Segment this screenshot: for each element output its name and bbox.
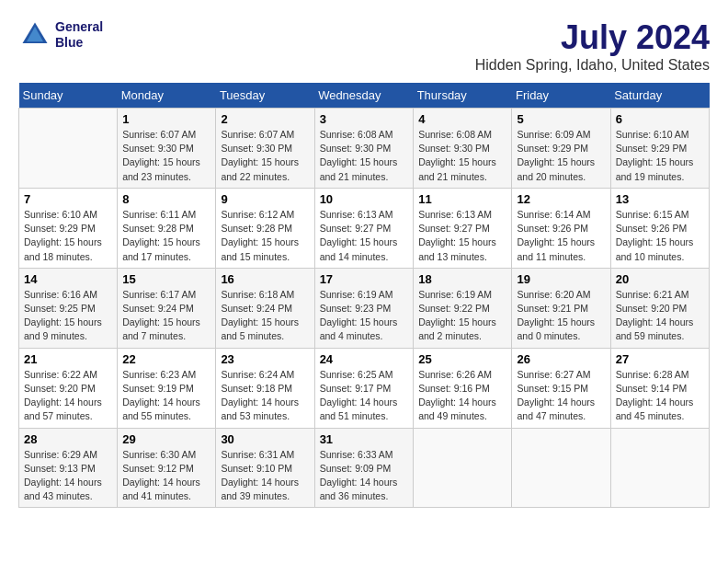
week-row-3: 14Sunrise: 6:16 AM Sunset: 9:25 PM Dayli… <box>19 268 710 348</box>
day-info: Sunrise: 6:23 AM Sunset: 9:19 PM Dayligh… <box>122 368 210 424</box>
day-number: 1 <box>122 112 210 126</box>
day-header-saturday: Saturday <box>610 83 709 109</box>
calendar-cell: 20Sunrise: 6:21 AM Sunset: 9:20 PM Dayli… <box>610 268 709 348</box>
calendar-cell: 19Sunrise: 6:20 AM Sunset: 9:21 PM Dayli… <box>512 268 610 348</box>
calendar-cell <box>610 428 709 508</box>
day-number: 26 <box>517 352 605 366</box>
calendar-cell: 30Sunrise: 6:31 AM Sunset: 9:10 PM Dayli… <box>216 428 314 508</box>
calendar-cell: 6Sunrise: 6:10 AM Sunset: 9:29 PM Daylig… <box>610 109 709 189</box>
day-info: Sunrise: 6:11 AM Sunset: 9:28 PM Dayligh… <box>122 208 210 264</box>
day-number: 2 <box>221 112 309 126</box>
day-info: Sunrise: 6:29 AM Sunset: 9:13 PM Dayligh… <box>24 448 112 504</box>
week-row-1: 1Sunrise: 6:07 AM Sunset: 9:30 PM Daylig… <box>19 109 710 189</box>
calendar-cell: 10Sunrise: 6:13 AM Sunset: 9:27 PM Dayli… <box>314 188 414 268</box>
week-row-5: 28Sunrise: 6:29 AM Sunset: 9:13 PM Dayli… <box>19 428 710 508</box>
calendar-cell <box>19 109 118 189</box>
day-info: Sunrise: 6:14 AM Sunset: 9:26 PM Dayligh… <box>517 208 605 264</box>
day-info: Sunrise: 6:17 AM Sunset: 9:24 PM Dayligh… <box>122 288 210 344</box>
day-info: Sunrise: 6:16 AM Sunset: 9:25 PM Dayligh… <box>24 288 112 344</box>
day-number: 11 <box>418 192 506 206</box>
day-number: 28 <box>24 432 112 446</box>
calendar-cell: 7Sunrise: 6:10 AM Sunset: 9:29 PM Daylig… <box>19 188 118 268</box>
day-info: Sunrise: 6:22 AM Sunset: 9:20 PM Dayligh… <box>24 368 112 424</box>
day-info: Sunrise: 6:13 AM Sunset: 9:27 PM Dayligh… <box>320 208 409 264</box>
day-number: 4 <box>418 112 506 126</box>
day-number: 19 <box>517 272 605 286</box>
day-info: Sunrise: 6:27 AM Sunset: 9:15 PM Dayligh… <box>517 368 605 424</box>
day-number: 23 <box>221 352 309 366</box>
day-header-wednesday: Wednesday <box>314 83 414 109</box>
calendar-cell: 11Sunrise: 6:13 AM Sunset: 9:27 PM Dayli… <box>414 188 512 268</box>
day-number: 6 <box>616 112 704 126</box>
day-number: 8 <box>122 192 210 206</box>
calendar-cell: 2Sunrise: 6:07 AM Sunset: 9:30 PM Daylig… <box>216 109 314 189</box>
day-number: 20 <box>616 272 704 286</box>
day-number: 3 <box>320 112 409 126</box>
day-info: Sunrise: 6:20 AM Sunset: 9:21 PM Dayligh… <box>517 288 605 344</box>
logo-line1: General <box>55 19 103 35</box>
calendar-cell: 13Sunrise: 6:15 AM Sunset: 9:26 PM Dayli… <box>610 188 709 268</box>
day-info: Sunrise: 6:21 AM Sunset: 9:20 PM Dayligh… <box>616 288 704 344</box>
logo: General Blue <box>18 18 103 52</box>
calendar-cell: 4Sunrise: 6:08 AM Sunset: 9:30 PM Daylig… <box>414 109 512 189</box>
day-info: Sunrise: 6:19 AM Sunset: 9:23 PM Dayligh… <box>320 288 409 344</box>
calendar-cell: 25Sunrise: 6:26 AM Sunset: 9:16 PM Dayli… <box>414 348 512 428</box>
calendar-cell: 26Sunrise: 6:27 AM Sunset: 9:15 PM Dayli… <box>512 348 610 428</box>
day-info: Sunrise: 6:15 AM Sunset: 9:26 PM Dayligh… <box>616 208 704 264</box>
day-number: 30 <box>221 432 309 446</box>
title-area: July 2024 Hidden Spring, Idaho, United S… <box>475 18 710 74</box>
day-info: Sunrise: 6:30 AM Sunset: 9:12 PM Dayligh… <box>122 448 210 504</box>
day-number: 10 <box>320 192 409 206</box>
logo-line2: Blue <box>55 35 103 51</box>
day-info: Sunrise: 6:08 AM Sunset: 9:30 PM Dayligh… <box>418 128 506 184</box>
subtitle: Hidden Spring, Idaho, United States <box>475 57 710 74</box>
day-info: Sunrise: 6:19 AM Sunset: 9:22 PM Dayligh… <box>418 288 506 344</box>
day-info: Sunrise: 6:10 AM Sunset: 9:29 PM Dayligh… <box>24 208 112 264</box>
calendar-cell: 12Sunrise: 6:14 AM Sunset: 9:26 PM Dayli… <box>512 188 610 268</box>
day-info: Sunrise: 6:07 AM Sunset: 9:30 PM Dayligh… <box>221 128 309 184</box>
day-header-tuesday: Tuesday <box>216 83 314 109</box>
day-info: Sunrise: 6:28 AM Sunset: 9:14 PM Dayligh… <box>616 368 704 424</box>
calendar-cell: 16Sunrise: 6:18 AM Sunset: 9:24 PM Dayli… <box>216 268 314 348</box>
day-info: Sunrise: 6:12 AM Sunset: 9:28 PM Dayligh… <box>221 208 309 264</box>
day-info: Sunrise: 6:25 AM Sunset: 9:17 PM Dayligh… <box>320 368 409 424</box>
day-header-monday: Monday <box>118 83 216 109</box>
day-info: Sunrise: 6:09 AM Sunset: 9:29 PM Dayligh… <box>517 128 605 184</box>
day-info: Sunrise: 6:18 AM Sunset: 9:24 PM Dayligh… <box>221 288 309 344</box>
day-header-sunday: Sunday <box>19 83 118 109</box>
logo-text: General Blue <box>55 19 103 51</box>
day-header-thursday: Thursday <box>414 83 512 109</box>
day-number: 17 <box>320 272 409 286</box>
day-number: 7 <box>24 192 112 206</box>
calendar-cell: 29Sunrise: 6:30 AM Sunset: 9:12 PM Dayli… <box>118 428 216 508</box>
calendar-cell: 22Sunrise: 6:23 AM Sunset: 9:19 PM Dayli… <box>118 348 216 428</box>
calendar-cell <box>414 428 512 508</box>
main-title: July 2024 <box>475 18 710 57</box>
day-number: 24 <box>320 352 409 366</box>
calendar-cell: 24Sunrise: 6:25 AM Sunset: 9:17 PM Dayli… <box>314 348 414 428</box>
calendar-cell: 21Sunrise: 6:22 AM Sunset: 9:20 PM Dayli… <box>19 348 118 428</box>
day-number: 14 <box>24 272 112 286</box>
day-number: 13 <box>616 192 704 206</box>
calendar-cell: 14Sunrise: 6:16 AM Sunset: 9:25 PM Dayli… <box>19 268 118 348</box>
day-header-friday: Friday <box>512 83 610 109</box>
calendar-cell: 18Sunrise: 6:19 AM Sunset: 9:22 PM Dayli… <box>414 268 512 348</box>
calendar-cell: 5Sunrise: 6:09 AM Sunset: 9:29 PM Daylig… <box>512 109 610 189</box>
day-number: 29 <box>122 432 210 446</box>
day-number: 16 <box>221 272 309 286</box>
day-info: Sunrise: 6:33 AM Sunset: 9:09 PM Dayligh… <box>320 448 409 504</box>
calendar-cell: 17Sunrise: 6:19 AM Sunset: 9:23 PM Dayli… <box>314 268 414 348</box>
day-info: Sunrise: 6:08 AM Sunset: 9:30 PM Dayligh… <box>320 128 409 184</box>
calendar-cell <box>512 428 610 508</box>
day-info: Sunrise: 6:31 AM Sunset: 9:10 PM Dayligh… <box>221 448 309 504</box>
day-number: 12 <box>517 192 605 206</box>
day-info: Sunrise: 6:10 AM Sunset: 9:29 PM Dayligh… <box>616 128 704 184</box>
week-row-2: 7Sunrise: 6:10 AM Sunset: 9:29 PM Daylig… <box>19 188 710 268</box>
day-number: 9 <box>221 192 309 206</box>
day-number: 21 <box>24 352 112 366</box>
calendar-cell: 27Sunrise: 6:28 AM Sunset: 9:14 PM Dayli… <box>610 348 709 428</box>
calendar-cell: 8Sunrise: 6:11 AM Sunset: 9:28 PM Daylig… <box>118 188 216 268</box>
day-number: 22 <box>122 352 210 366</box>
calendar-cell: 9Sunrise: 6:12 AM Sunset: 9:28 PM Daylig… <box>216 188 314 268</box>
day-info: Sunrise: 6:07 AM Sunset: 9:30 PM Dayligh… <box>122 128 210 184</box>
